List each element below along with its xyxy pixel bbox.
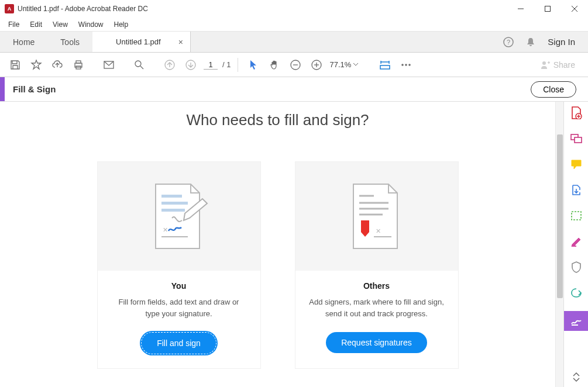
comment-icon[interactable] — [569, 157, 584, 172]
menu-file[interactable]: File — [4, 19, 24, 30]
vertical-scrollbar[interactable] — [555, 102, 563, 387]
zoom-dropdown[interactable]: 77.1% — [329, 60, 358, 69]
page-up-icon[interactable] — [161, 57, 178, 73]
tab-document-label: Untitled 1.pdf — [116, 37, 161, 46]
page-total-label: / 1 — [222, 60, 231, 69]
main-heading: Who needs to fill and sign? — [0, 111, 555, 129]
help-icon[interactable]: ? — [503, 37, 514, 47]
card-others-title: Others — [295, 281, 458, 291]
chevron-up-icon[interactable] — [573, 372, 580, 376]
window-titlebar: A Untitled 1.pdf - Adobe Acrobat Reader … — [0, 0, 588, 18]
window-title: Untitled 1.pdf - Adobe Acrobat Reader DC — [18, 5, 507, 13]
svg-rect-26 — [161, 202, 188, 205]
zoom-value: 77.1% — [329, 60, 351, 69]
hand-tool-icon[interactable] — [266, 57, 283, 73]
share-button[interactable]: Share — [535, 58, 581, 72]
svg-text:✕: ✕ — [163, 226, 168, 233]
fit-width-icon[interactable] — [377, 57, 393, 73]
combine-files-icon[interactable] — [569, 131, 584, 146]
svg-point-10 — [135, 61, 141, 67]
adobe-sign-icon[interactable] — [569, 285, 584, 300]
menu-window[interactable]: Window — [74, 19, 108, 30]
card-others: ✕ Others Add signers, mark where to fill… — [295, 162, 458, 368]
person-plus-icon — [541, 60, 550, 70]
tab-document[interactable]: Untitled 1.pdf × — [92, 32, 191, 52]
svg-rect-27 — [161, 209, 185, 212]
you-illustration: ✕ — [98, 162, 260, 271]
svg-rect-7 — [76, 61, 81, 63]
menu-edit[interactable]: Edit — [25, 19, 47, 30]
app-icon: A — [5, 4, 14, 13]
bell-icon[interactable] — [525, 37, 536, 47]
more-icon[interactable] — [398, 57, 414, 73]
panel-title: Fill & Sign — [5, 84, 531, 94]
maximize-button[interactable] — [534, 0, 561, 18]
chevron-down-icon[interactable] — [573, 378, 580, 382]
menubar: File Edit View Window Help — [0, 18, 588, 32]
organize-icon[interactable] — [569, 208, 584, 223]
star-icon[interactable] — [28, 57, 44, 73]
main-toolbar: / 1 77.1% Share — [0, 53, 588, 77]
create-pdf-icon[interactable] — [569, 105, 584, 120]
scrollbar-thumb[interactable] — [557, 134, 563, 298]
svg-point-22 — [542, 61, 546, 65]
page-down-icon[interactable] — [183, 57, 199, 73]
close-tab-icon[interactable]: × — [178, 37, 183, 47]
fill-and-sign-button[interactable]: Fill and sign — [141, 332, 216, 354]
cloud-icon[interactable] — [49, 57, 66, 73]
svg-point-21 — [409, 64, 411, 66]
svg-rect-40 — [575, 137, 582, 143]
right-tools-rail — [563, 102, 588, 387]
fill-sign-rail-icon[interactable] — [564, 311, 589, 331]
svg-text:✕: ✕ — [376, 227, 381, 234]
menu-view[interactable]: View — [48, 19, 73, 30]
svg-point-20 — [405, 64, 408, 66]
content-area: Who needs to fill and sign? ✕ — [0, 102, 555, 387]
panel-header: Fill & Sign Close — [0, 77, 588, 102]
protect-icon[interactable] — [569, 260, 584, 275]
mail-icon[interactable] — [101, 57, 117, 73]
print-icon[interactable] — [70, 57, 87, 73]
card-others-desc: Add signers, mark where to fill and sign… — [308, 296, 445, 319]
others-illustration: ✕ — [295, 162, 458, 271]
zoom-in-icon[interactable] — [308, 57, 325, 73]
close-window-button[interactable] — [561, 0, 588, 18]
page-number-input[interactable] — [204, 60, 218, 70]
export-pdf-icon[interactable] — [569, 182, 584, 198]
minimize-button[interactable] — [507, 0, 534, 18]
zoom-out-icon[interactable] — [287, 57, 304, 73]
svg-rect-25 — [161, 195, 182, 198]
select-tool-icon[interactable] — [245, 57, 262, 73]
card-you-title: You — [98, 281, 260, 291]
save-icon[interactable] — [7, 57, 23, 73]
tab-tools[interactable]: Tools — [47, 32, 92, 52]
close-panel-button[interactable]: Close — [531, 81, 576, 98]
menu-help[interactable]: Help — [109, 19, 133, 30]
svg-line-11 — [140, 66, 143, 69]
tab-home[interactable]: Home — [0, 32, 47, 52]
card-you: ✕ You Fill form fields, add text and dra… — [98, 162, 260, 368]
svg-rect-1 — [545, 6, 551, 12]
search-icon[interactable] — [131, 57, 147, 73]
rail-scroll-arrows[interactable] — [573, 372, 580, 387]
edit-pdf-icon[interactable] — [569, 234, 584, 249]
card-you-desc: Fill form fields, add text and draw or t… — [111, 296, 247, 319]
signin-link[interactable]: Sign In — [548, 37, 575, 47]
svg-rect-41 — [572, 212, 581, 220]
request-signatures-button[interactable]: Request signatures — [326, 332, 427, 353]
share-label: Share — [553, 60, 575, 70]
tabbar: Home Tools Untitled 1.pdf × ? Sign In — [0, 32, 588, 53]
svg-text:?: ? — [507, 39, 510, 46]
panel-accent — [0, 77, 5, 101]
svg-point-19 — [402, 64, 404, 66]
